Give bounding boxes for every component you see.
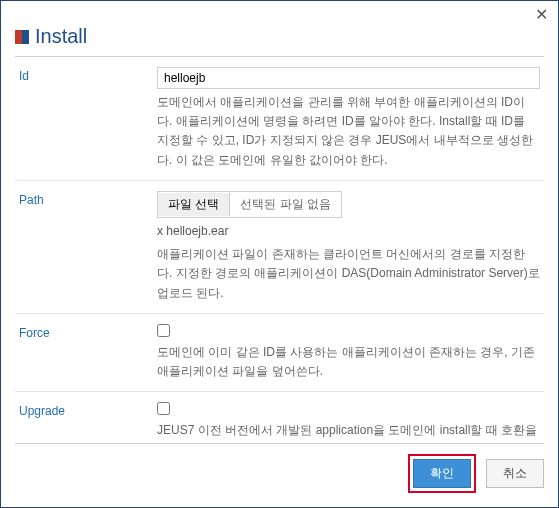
file-select-button[interactable]: 파일 선택 [158, 193, 230, 216]
field-row-force: Force 도메인에 이미 같은 ID를 사용하는 애플리케이션이 존재하는 경… [15, 314, 544, 393]
id-label: Id [19, 67, 149, 170]
force-checkbox[interactable] [157, 324, 170, 337]
force-value-col: 도메인에 이미 같은 ID를 사용하는 애플리케이션이 존재하는 경우, 기존 … [157, 324, 540, 382]
install-icon [15, 30, 29, 44]
path-value-col: 파일 선택 선택된 파일 없음 x helloejb.ear 애플리케이션 파일… [157, 191, 540, 303]
id-desc: 도메인에서 애플리케이션을 관리를 위해 부여한 애플리케이션의 ID이다. 애… [157, 93, 540, 170]
upgrade-value-col: JEUS7 이전 버전에서 개발된 application을 도메인에 inst… [157, 402, 540, 444]
close-icon[interactable]: ✕ [535, 7, 548, 23]
path-desc: 애플리케이션 파일이 존재하는 클라이언트 머신에서의 경로를 지정한다. 지정… [157, 245, 540, 303]
upgrade-checkbox[interactable] [157, 402, 170, 415]
ok-highlight: 확인 [408, 454, 476, 493]
file-name: x helloejb.ear [157, 222, 540, 241]
ok-button[interactable]: 확인 [413, 459, 471, 488]
file-status: 선택된 파일 없음 [230, 192, 341, 217]
file-picker: 파일 선택 선택된 파일 없음 [157, 191, 342, 218]
id-value-col: 도메인에서 애플리케이션을 관리를 위해 부여한 애플리케이션의 ID이다. 애… [157, 67, 540, 170]
id-input[interactable] [157, 67, 540, 89]
dialog-title: Install [35, 25, 87, 48]
upgrade-desc: JEUS7 이전 버전에서 개발된 application을 도메인에 inst… [157, 421, 540, 444]
force-desc: 도메인에 이미 같은 ID를 사용하는 애플리케이션이 존재하는 경우, 기존 … [157, 343, 540, 381]
field-row-id: Id 도메인에서 애플리케이션을 관리를 위해 부여한 애플리케이션의 ID이다… [15, 57, 544, 181]
upgrade-label: Upgrade [19, 402, 149, 444]
title-row: Install [1, 23, 558, 56]
path-label: Path [19, 191, 149, 303]
force-label: Force [19, 324, 149, 382]
install-dialog: ✕ Install Id 도메인에서 애플리케이션을 관리를 위해 부여한 애플… [0, 0, 559, 508]
button-row: 확인 취소 [1, 444, 558, 507]
field-row-path: Path 파일 선택 선택된 파일 없음 x helloejb.ear 애플리케… [15, 181, 544, 314]
form-area: Id 도메인에서 애플리케이션을 관리를 위해 부여한 애플리케이션의 ID이다… [15, 56, 544, 444]
cancel-button[interactable]: 취소 [486, 459, 544, 488]
field-row-upgrade: Upgrade JEUS7 이전 버전에서 개발된 application을 도… [15, 392, 544, 444]
dialog-header: ✕ [1, 1, 558, 23]
